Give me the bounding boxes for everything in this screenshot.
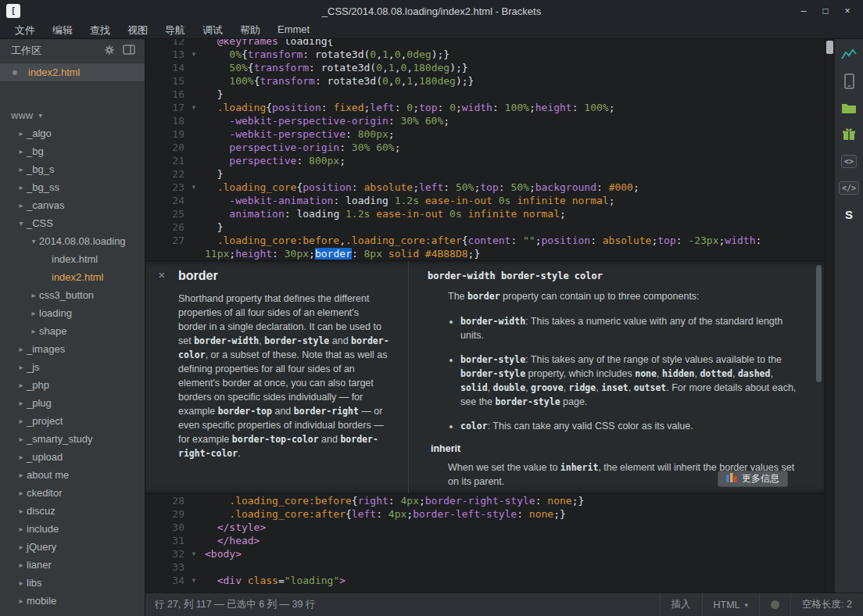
folder-closed-icon[interactable]: ▸ <box>16 453 27 461</box>
line-number[interactable]: 28 <box>145 494 188 507</box>
more-info-button[interactable]: 更多信息 <box>718 471 788 487</box>
code-line-23[interactable]: 23▼ .loading_core{position: absolute;lef… <box>145 181 824 194</box>
code-line-31[interactable]: 31 </head> <box>145 534 824 547</box>
tree-item-discuz[interactable]: ▸discuz <box>0 502 145 520</box>
line-number[interactable]: 16 <box>145 88 188 101</box>
folder-closed-icon[interactable]: ▸ <box>16 560 27 569</box>
line-number[interactable]: 12 <box>145 39 188 48</box>
line-number[interactable]: 19 <box>145 127 188 141</box>
tree-item-_upload[interactable]: ▸_upload <box>0 448 145 466</box>
line-number[interactable] <box>145 247 188 260</box>
folder-closed-icon[interactable]: ▸ <box>16 345 27 353</box>
insert-mode-indicator[interactable]: 插入 <box>660 593 702 616</box>
folder-extension-icon[interactable] <box>840 98 858 117</box>
menu-item-调试[interactable]: 调试 <box>194 23 231 38</box>
folder-closed-icon[interactable]: ▸ <box>16 363 27 371</box>
tree-item-_bg[interactable]: ▸_bg <box>0 142 145 160</box>
code-line-29[interactable]: 29 .loading_core:after{left: 4px;border-… <box>145 507 824 521</box>
code-line-wrap[interactable]: 11px;height: 30px;border: 8px solid #4B8… <box>145 247 824 260</box>
line-number[interactable]: 22 <box>145 167 188 181</box>
snippets-icon[interactable]: S <box>840 205 858 224</box>
tree-item-_plug[interactable]: ▸_plug <box>0 394 145 412</box>
code-slash-icon[interactable]: </> <box>840 178 858 197</box>
tree-item-index2.html[interactable]: index2.html <box>0 268 145 286</box>
line-number[interactable]: 17 <box>145 101 188 114</box>
code-line-13[interactable]: 13▼ 0%{transform: rotate3d(0,1,0,0deg);} <box>145 48 824 61</box>
code-line-21[interactable]: 21 perspective: 800px; <box>145 154 824 167</box>
line-number[interactable]: 34 <box>145 574 188 587</box>
fold-marker-icon[interactable]: ▼ <box>188 547 200 560</box>
folder-closed-icon[interactable]: ▸ <box>16 417 27 425</box>
line-number[interactable]: 18 <box>145 114 188 127</box>
tree-item-_js[interactable]: ▸_js <box>0 358 145 376</box>
menu-item-视图[interactable]: 视图 <box>119 23 156 38</box>
line-number[interactable]: 29 <box>145 507 188 521</box>
folder-closed-icon[interactable]: ▸ <box>16 165 27 174</box>
working-file-index2[interactable]: index2.html <box>0 63 145 82</box>
tree-item-jQuery[interactable]: ▸jQuery <box>0 538 145 556</box>
language-selector[interactable]: HTML ▾ <box>702 593 760 616</box>
menu-item-帮助[interactable]: 帮助 <box>231 23 269 38</box>
code-line-17[interactable]: 17▼ .loading{position: fixed;left: 0;top… <box>145 101 824 114</box>
minimize-icon[interactable]: – <box>796 5 811 16</box>
menu-item-Emmet[interactable]: Emmet <box>269 23 318 38</box>
tree-item-_images[interactable]: ▸_images <box>0 340 145 358</box>
folder-closed-icon[interactable]: ▸ <box>16 543 27 551</box>
tree-item-ckeditor[interactable]: ▸ckeditor <box>0 484 145 502</box>
code-line-12[interactable]: 12 @keyframes loading{ <box>145 39 824 48</box>
line-number[interactable]: 15 <box>145 74 188 88</box>
code-line-22[interactable]: 22 } <box>145 167 824 181</box>
menu-item-查找[interactable]: 查找 <box>81 23 119 38</box>
lint-status-cell[interactable] <box>759 593 790 616</box>
folder-closed-icon[interactable]: ▸ <box>16 435 27 443</box>
split-view-icon[interactable] <box>123 45 135 57</box>
folder-open-icon[interactable]: ▾ <box>16 219 27 227</box>
code-editor[interactable]: 12 @keyframes loading{13▼ 0%{transform: … <box>145 39 824 593</box>
code-line-18[interactable]: 18 -webkit-perspective-origin: 30% 60%; <box>145 114 824 127</box>
line-number[interactable]: 21 <box>145 154 188 167</box>
tree-item-_canvas[interactable]: ▸_canvas <box>0 196 145 214</box>
line-number[interactable]: 33 <box>145 560 188 574</box>
tree-item-loading[interactable]: ▸loading <box>0 304 145 322</box>
line-number[interactable]: 20 <box>145 141 188 154</box>
gift-extension-icon[interactable] <box>840 125 858 144</box>
fold-marker-icon[interactable]: ▼ <box>188 574 200 587</box>
code-line-33[interactable]: 33 <box>145 560 824 574</box>
tree-item-include[interactable]: ▸include <box>0 520 145 538</box>
folder-closed-icon[interactable]: ▸ <box>28 291 39 299</box>
code-line-24[interactable]: 24 -webkit-animation: loading 1.2s ease-… <box>145 194 824 207</box>
line-number[interactable]: 32 <box>145 547 188 560</box>
tree-item-lianer[interactable]: ▸lianer <box>0 556 145 574</box>
tree-item-_algo[interactable]: ▸_algo <box>0 124 145 142</box>
folder-closed-icon[interactable]: ▸ <box>28 309 39 317</box>
folder-closed-icon[interactable]: ▸ <box>16 489 27 497</box>
line-number[interactable]: 24 <box>145 194 188 207</box>
code-line-16[interactable]: 16 } <box>145 88 824 101</box>
folder-closed-icon[interactable]: ▸ <box>16 507 27 515</box>
mobile-phone-icon[interactable] <box>840 72 858 91</box>
line-number[interactable]: 26 <box>145 220 188 234</box>
folder-closed-icon[interactable]: ▸ <box>16 381 27 389</box>
tree-item-2014.08.08.loading[interactable]: ▾2014.08.08.loading <box>0 232 145 250</box>
fold-marker-icon[interactable]: ▼ <box>188 181 200 194</box>
tree-item-css3_button[interactable]: ▸css3_button <box>0 286 145 304</box>
tree-item-_bg_s[interactable]: ▸_bg_s <box>0 160 145 178</box>
scrollbar-thumb[interactable] <box>826 41 833 54</box>
tree-item-_CSS[interactable]: ▾_CSS <box>0 214 145 232</box>
code-line-15[interactable]: 15 100%{transform: rotate3d(0,0,1,180deg… <box>145 74 824 88</box>
code-line-32[interactable]: 32▼<body> <box>145 547 824 560</box>
folder-open-icon[interactable]: ▾ <box>28 237 39 245</box>
folder-closed-icon[interactable]: ▸ <box>28 327 39 335</box>
folder-closed-icon[interactable]: ▸ <box>16 201 27 210</box>
line-number[interactable]: 27 <box>145 234 188 247</box>
tree-item-_bg_ss[interactable]: ▸_bg_ss <box>0 178 145 196</box>
line-number[interactable]: 25 <box>145 207 188 220</box>
fold-marker-icon[interactable]: ▼ <box>188 48 200 61</box>
folder-closed-icon[interactable]: ▸ <box>16 129 27 138</box>
folder-closed-icon[interactable]: ▸ <box>16 525 27 533</box>
code-line-20[interactable]: 20 perspective-origin: 30% 60%; <box>145 141 824 154</box>
gear-icon[interactable] <box>104 45 115 58</box>
tree-item-shape[interactable]: ▸shape <box>0 322 145 340</box>
chart-extension-icon[interactable] <box>840 45 858 64</box>
folder-closed-icon[interactable]: ▸ <box>16 399 27 407</box>
